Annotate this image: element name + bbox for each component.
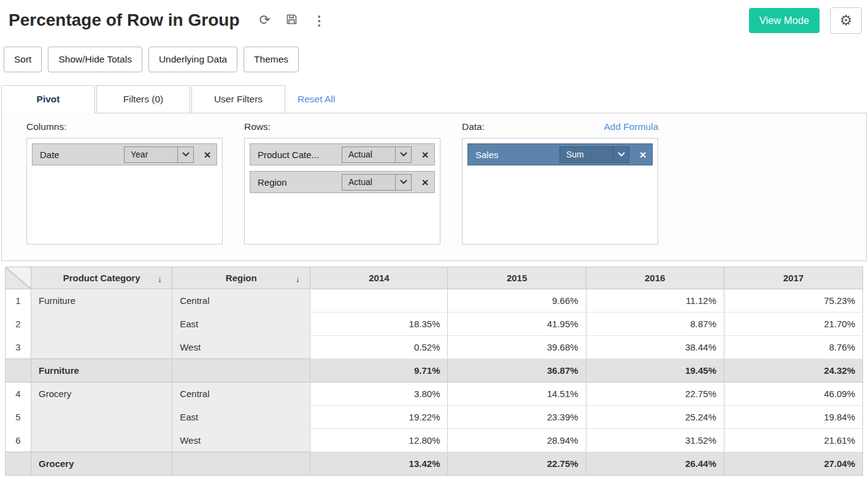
aggregation-dropdown[interactable]: Sum: [559, 146, 629, 163]
columns-label: Columns:: [26, 121, 66, 132]
value-cell: 0.52%: [310, 336, 448, 359]
reset-all-link[interactable]: Reset All: [298, 94, 335, 105]
pivot-builder-panel: Columns: Date Year × Rows: Product Cate.…: [1, 113, 867, 261]
data-dropbox[interactable]: Sales Sum ×: [462, 138, 658, 245]
column-header-2015[interactable]: 2015: [448, 267, 586, 289]
aggregation-dropdown[interactable]: Actual: [342, 174, 412, 191]
pivot-table-container: Product Category ↓ Region ↓ 2014 2015 20…: [5, 267, 863, 476]
value-cell: 11.12%: [586, 289, 724, 313]
sort-desc-icon: ↓: [158, 273, 163, 283]
aggregation-dropdown[interactable]: Actual: [342, 146, 412, 163]
rows-zone: Rows: Product Cate... Actual × Region Ac…: [244, 121, 440, 248]
corner-cell: [6, 267, 31, 289]
themes-button[interactable]: Themes: [244, 47, 299, 72]
view-mode-button[interactable]: View Mode: [749, 8, 820, 33]
column-header-2014[interactable]: 2014: [310, 267, 448, 289]
value-cell: 36.87%: [448, 359, 586, 382]
table-row: 4 Grocery Central 3.80% 14.51% 22.75% 46…: [6, 382, 863, 406]
column-header-2016[interactable]: 2016: [586, 267, 724, 289]
row-number: 3: [6, 336, 31, 359]
save-button[interactable]: [285, 13, 298, 28]
chevron-down-icon: [395, 147, 411, 162]
column-header-2017[interactable]: 2017: [724, 267, 862, 289]
field-pill-label: Product Cate...: [250, 150, 342, 160]
column-header-region[interactable]: Region ↓: [172, 267, 310, 289]
remove-field-button[interactable]: ×: [416, 149, 434, 161]
more-options-button[interactable]: ⋮: [313, 14, 326, 27]
field-pill-label: Region: [250, 177, 342, 188]
row-number: 6: [6, 429, 31, 452]
remove-field-button[interactable]: ×: [634, 149, 652, 161]
columns-zone: Columns: Date Year ×: [26, 121, 223, 248]
subtotal-row: Furniture 9.71% 36.87% 19.45% 24.32%: [6, 359, 863, 382]
region-cell: West: [172, 336, 310, 359]
columns-dropbox[interactable]: Date Year ×: [26, 138, 223, 245]
aggregation-value: Sum: [560, 150, 613, 159]
value-cell: 19.45%: [586, 359, 724, 382]
category-cell: Grocery: [31, 452, 172, 476]
data-label: Data:: [462, 121, 485, 132]
value-cell: 22.75%: [448, 452, 586, 476]
value-cell: 3.80%: [310, 382, 448, 406]
field-pill-label: Date: [33, 150, 124, 160]
pivot-table: Product Category ↓ Region ↓ 2014 2015 20…: [5, 267, 863, 476]
save-icon: [285, 13, 298, 28]
value-cell: 75.23%: [724, 289, 862, 313]
value-cell: 24.32%: [724, 359, 862, 382]
table-row: 6 West 12.80% 28.94% 31.52% 21.61%: [6, 429, 863, 452]
value-cell: 12.80%: [310, 429, 448, 452]
row-number: 5: [6, 406, 31, 429]
row-number: 2: [6, 313, 31, 336]
refresh-button[interactable]: ⟳: [259, 13, 270, 27]
underlying-data-button[interactable]: Underlying Data: [148, 47, 237, 72]
header-icon-group: ⟳ ⋮: [259, 13, 325, 28]
column-header-label: Product Category: [63, 273, 140, 283]
rows-label: Rows:: [244, 121, 271, 132]
field-pill-region[interactable]: Region Actual ×: [250, 171, 435, 193]
aggregation-value: Actual: [342, 177, 395, 187]
field-pill-date[interactable]: Date Year ×: [32, 143, 217, 165]
region-cell: [172, 452, 310, 476]
value-cell: 8.87%: [586, 313, 724, 336]
rows-dropbox[interactable]: Product Cate... Actual × Region Actual: [244, 138, 440, 245]
value-cell: 9.66%: [448, 289, 586, 313]
category-cell: [31, 429, 172, 452]
aggregation-value: Year: [125, 150, 177, 159]
header-right: View Mode ⚙: [749, 7, 862, 34]
region-cell: Central: [172, 382, 310, 406]
value-cell: 46.09%: [724, 382, 862, 406]
category-cell: [31, 313, 172, 336]
remove-field-button[interactable]: ×: [198, 149, 217, 161]
refresh-icon: ⟳: [259, 13, 270, 27]
add-formula-link[interactable]: Add Formula: [604, 121, 658, 132]
app-header: Percentage of Row in Group ⟳ ⋮ View Mode…: [0, 0, 868, 34]
tab-filters[interactable]: Filters (0): [96, 85, 190, 113]
region-cell: [172, 359, 310, 382]
category-cell: Grocery: [31, 382, 172, 406]
sort-button[interactable]: Sort: [4, 47, 42, 72]
region-cell: West: [172, 429, 310, 452]
aggregation-dropdown[interactable]: Year: [124, 146, 194, 163]
remove-field-button[interactable]: ×: [416, 176, 434, 188]
show-hide-totals-button[interactable]: Show/Hide Totals: [48, 47, 142, 72]
value-cell: 18.35%: [310, 313, 448, 336]
subtotal-row: Grocery 13.42% 22.75% 26.44% 27.04%: [6, 452, 863, 476]
value-cell: 23.39%: [448, 406, 586, 429]
tab-pivot[interactable]: Pivot: [1, 85, 95, 113]
value-cell: 9.71%: [310, 359, 448, 382]
region-cell: East: [172, 406, 310, 429]
row-number: 4: [6, 382, 31, 406]
toolbar: Sort Show/Hide Totals Underlying Data Th…: [0, 34, 868, 72]
value-cell: 19.84%: [724, 406, 862, 429]
tab-user-filters[interactable]: User Filters: [191, 85, 285, 113]
column-header-product-category[interactable]: Product Category ↓: [31, 267, 172, 289]
region-cell: East: [172, 313, 310, 336]
settings-button[interactable]: ⚙: [830, 7, 862, 34]
field-pill-label: Sales: [468, 150, 559, 160]
field-pill-sales[interactable]: Sales Sum ×: [467, 143, 653, 165]
field-pill-product-category[interactable]: Product Cate... Actual ×: [250, 143, 435, 165]
chevron-down-icon: [177, 147, 193, 162]
value-cell: 19.22%: [310, 406, 448, 429]
value-cell: 39.68%: [448, 336, 586, 359]
chevron-down-icon: [395, 175, 411, 190]
